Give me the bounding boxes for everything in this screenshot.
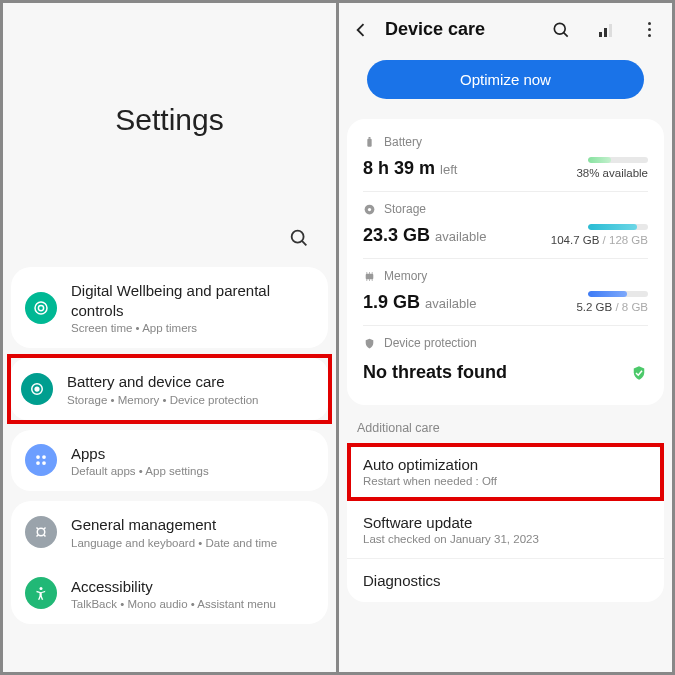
stat-head-label: Battery [384, 135, 422, 149]
settings-item-digital-wellbeing[interactable]: Digital Wellbeing and parental controls … [11, 267, 328, 348]
general-icon [25, 516, 57, 548]
svg-line-17 [564, 32, 568, 36]
svg-line-13 [37, 535, 39, 537]
apps-icon [25, 444, 57, 476]
settings-item-label: Accessibility [71, 577, 314, 597]
svg-rect-22 [366, 273, 374, 278]
accessibility-icon [25, 577, 57, 609]
highlight-battery-device-care: Battery and device care Storage • Memory… [7, 354, 332, 424]
battery-section[interactable]: Battery 8 h 39 m left 38% available [363, 125, 648, 192]
care-item-label: Software update [363, 514, 648, 531]
svg-point-9 [42, 461, 46, 465]
svg-point-2 [35, 302, 47, 314]
settings-item-label: Battery and device care [67, 372, 318, 392]
more-icon[interactable] [638, 22, 660, 37]
settings-item-accessibility[interactable]: Accessibility TalkBack • Mono audio • As… [11, 563, 328, 625]
settings-item-battery-device-care[interactable]: Battery and device care Storage • Memory… [11, 358, 328, 420]
care-item-software-update[interactable]: Software update Last checked on January … [347, 501, 664, 559]
settings-item-apps[interactable]: Apps Default apps • App settings [11, 430, 328, 492]
settings-item-label: Digital Wellbeing and parental controls [71, 281, 314, 320]
storage-icon [363, 203, 376, 216]
svg-point-3 [38, 305, 43, 310]
settings-item-sub: Default apps • App settings [71, 465, 314, 477]
settings-item-sub: Storage • Memory • Device protection [67, 394, 318, 406]
memory-bar [588, 291, 648, 297]
shield-icon [363, 337, 376, 350]
care-item-label: Auto optimization [363, 456, 648, 473]
settings-screen: Settings Digital Wellbeing and parental … [3, 3, 336, 672]
svg-point-7 [42, 455, 46, 459]
settings-item-general-management[interactable]: General management Language and keyboard… [11, 501, 328, 563]
settings-item-label: General management [71, 515, 314, 535]
search-icon[interactable] [288, 227, 310, 253]
signal-icon[interactable] [594, 23, 616, 37]
device-care-screen: Device care Optimize now Battery 8 h 39 … [339, 3, 672, 672]
svg-point-15 [40, 587, 43, 590]
care-item-diagnostics[interactable]: Diagnostics [347, 559, 664, 602]
additional-care-label: Additional care [339, 415, 672, 443]
storage-bar [588, 224, 648, 230]
battery-bar [588, 157, 648, 163]
stat-head-label: Memory [384, 269, 427, 283]
settings-item-sub: Screen time • App timers [71, 322, 314, 334]
device-care-icon [21, 373, 53, 405]
svg-point-10 [37, 528, 45, 536]
battery-percent: 38% available [576, 167, 648, 179]
svg-line-12 [44, 527, 46, 529]
storage-used: 104.7 GB [551, 234, 600, 246]
device-protection-section[interactable]: Device protection No threats found [363, 326, 648, 395]
protection-status: No threats found [363, 362, 507, 383]
care-item-label: Diagnostics [363, 572, 648, 589]
svg-point-5 [35, 387, 39, 391]
memory-used: 5.2 GB [576, 301, 612, 313]
page-title: Settings [3, 3, 336, 217]
care-item-sub: Last checked on January 31, 2023 [363, 533, 648, 545]
svg-line-14 [44, 535, 46, 537]
stat-head-label: Device protection [384, 336, 477, 350]
memory-icon [363, 270, 376, 283]
svg-rect-19 [368, 137, 370, 139]
svg-point-0 [292, 231, 304, 243]
care-item-sub: Restart when needed : Off [363, 475, 648, 487]
search-icon[interactable] [550, 20, 572, 40]
memory-section[interactable]: Memory 1.9 GB available 5.2 GB / 8 GB [363, 259, 648, 326]
care-item-auto-optimization[interactable]: Auto optimization Restart when needed : … [347, 443, 664, 501]
svg-point-16 [554, 23, 565, 34]
status-card: Battery 8 h 39 m left 38% available Stor… [347, 119, 664, 405]
settings-item-label: Apps [71, 444, 314, 464]
svg-point-8 [36, 461, 40, 465]
optimize-now-button[interactable]: Optimize now [367, 60, 644, 99]
battery-icon [363, 136, 376, 149]
shield-check-icon [630, 364, 648, 382]
settings-item-sub: TalkBack • Mono audio • Assistant menu [71, 598, 314, 610]
settings-item-sub: Language and keyboard • Date and time [71, 537, 314, 549]
svg-line-1 [302, 241, 306, 245]
wellbeing-icon [25, 292, 57, 324]
svg-line-11 [37, 527, 39, 529]
stat-head-label: Storage [384, 202, 426, 216]
svg-point-21 [368, 207, 371, 210]
storage-section[interactable]: Storage 23.3 GB available 104.7 GB / 128… [363, 192, 648, 259]
back-icon[interactable] [351, 20, 373, 40]
page-title: Device care [385, 19, 528, 40]
svg-rect-18 [367, 138, 371, 146]
svg-point-6 [36, 455, 40, 459]
